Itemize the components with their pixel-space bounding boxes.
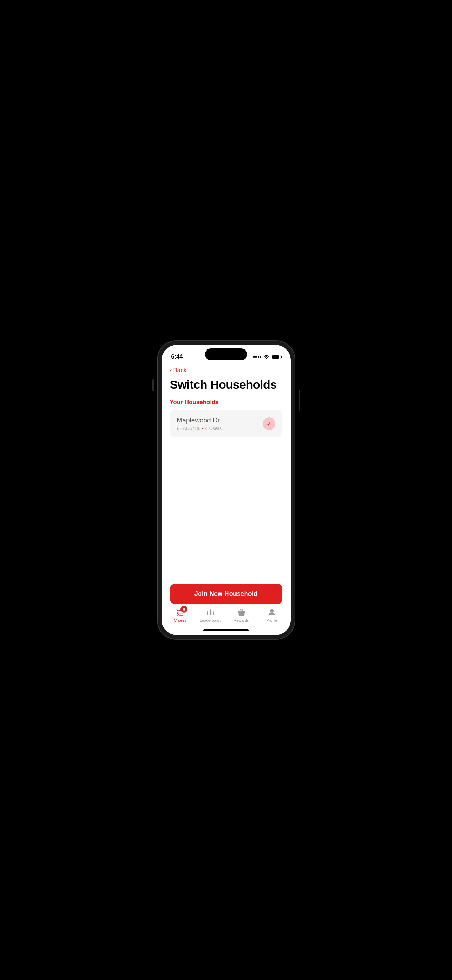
bottom-area: Join New Household xyxy=(162,584,291,604)
household-id: 8EAD5486 xyxy=(177,425,201,431)
tab-rewards-label: Rewards xyxy=(234,618,249,622)
back-label: Back xyxy=(173,367,187,374)
back-button[interactable]: ‹ Back xyxy=(170,367,282,374)
phone-screen: 6:44 xyxy=(162,345,291,635)
tab-leaderboard-label: Leaderboard xyxy=(200,618,221,622)
status-bar: 6:44 xyxy=(162,345,291,364)
svg-rect-7 xyxy=(213,612,215,616)
tab-bar: 8 Chores 1 2 3 xyxy=(162,604,291,625)
phone-frame: 6:44 xyxy=(157,341,295,639)
svg-point-0 xyxy=(177,609,178,611)
main-content: ‹ Back Switch Households Your Households… xyxy=(162,364,291,635)
signal-icon xyxy=(253,356,261,358)
chores-badge: 8 xyxy=(180,606,188,612)
battery-icon xyxy=(272,355,281,359)
svg-rect-4 xyxy=(180,615,183,616)
back-chevron-icon: ‹ xyxy=(170,367,172,374)
wifi-icon xyxy=(264,354,269,360)
tab-chores[interactable]: 8 Chores xyxy=(165,608,196,622)
household-meta: 8EAD5486 • 4 Users xyxy=(177,425,222,431)
status-icons xyxy=(253,354,281,360)
tab-profile-label: Profile xyxy=(266,618,277,622)
household-users: 4 Users xyxy=(205,425,222,431)
svg-text:1: 1 xyxy=(207,610,208,612)
svg-text:2: 2 xyxy=(210,608,211,611)
leaderboard-icon-wrap: 1 2 3 xyxy=(206,608,215,617)
status-time: 6:44 xyxy=(171,353,183,360)
tab-rewards[interactable]: Rewards xyxy=(226,608,256,622)
svg-point-17 xyxy=(271,609,274,612)
page-title: Switch Households xyxy=(170,378,282,391)
checkmark-icon: ✓ xyxy=(267,421,271,427)
home-indicator xyxy=(162,625,291,635)
tab-chores-label: Chores xyxy=(174,618,186,622)
svg-point-2 xyxy=(177,612,178,614)
scroll-area: ‹ Back Switch Households Your Households… xyxy=(162,364,291,584)
household-name: Maplewood Dr xyxy=(177,417,222,424)
svg-text:3: 3 xyxy=(213,611,214,613)
leaderboard-icon: 1 2 3 xyxy=(206,608,215,617)
household-info: Maplewood Dr 8EAD5486 • 4 Users xyxy=(177,417,222,431)
household-card[interactable]: Maplewood Dr 8EAD5486 • 4 Users ✓ xyxy=(170,410,282,438)
profile-icon-wrap xyxy=(267,608,277,617)
join-household-button[interactable]: Join New Household xyxy=(170,584,282,604)
tab-leaderboard[interactable]: 1 2 3 Leaderboard xyxy=(196,608,226,622)
dynamic-island xyxy=(205,348,247,360)
svg-rect-3 xyxy=(180,612,183,613)
chores-icon-wrap: 8 xyxy=(175,608,185,617)
svg-rect-5 xyxy=(207,612,208,616)
profile-icon xyxy=(267,608,277,617)
rewards-icon xyxy=(237,608,246,617)
active-indicator: ✓ xyxy=(263,417,275,430)
svg-rect-6 xyxy=(210,610,211,616)
home-bar xyxy=(203,630,249,631)
section-label: Your Households xyxy=(170,399,282,406)
tab-profile[interactable]: Profile xyxy=(256,608,287,622)
rewards-icon-wrap xyxy=(237,608,246,617)
